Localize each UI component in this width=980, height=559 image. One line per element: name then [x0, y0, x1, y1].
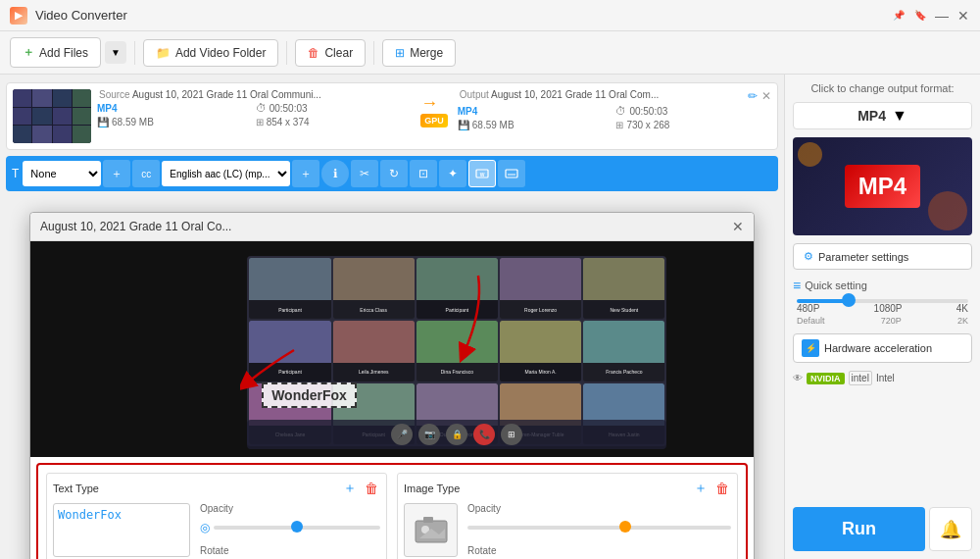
nvidia-badge: NVIDIA: [807, 373, 845, 384]
output-size: 💾 68.59 MB: [458, 120, 613, 130]
opacity-icon: ◎: [200, 521, 210, 534]
folder-icon: 📁: [156, 46, 171, 60]
image-opacity-label: Opacity: [467, 503, 731, 514]
image-section-actions: ＋ 🗑: [692, 480, 731, 497]
quality-480p: 480P: [797, 303, 819, 314]
image-rotate-label: Rotate: [467, 545, 731, 556]
run-button[interactable]: Run: [793, 507, 925, 551]
add-image-btn[interactable]: ＋: [692, 480, 710, 497]
file-item: Source August 10, 2021 Grade 11 Oral Com…: [6, 82, 778, 150]
format-bg-detail: [928, 191, 967, 230]
quality-720p: 720P: [881, 316, 902, 326]
image-type-section: Image Type ＋ 🗑: [397, 473, 738, 559]
filter-select[interactable]: None: [23, 161, 101, 186]
format-name: MP4: [858, 108, 886, 124]
cc-btn[interactable]: cc: [132, 160, 160, 187]
trash-icon: 🗑: [308, 46, 319, 60]
output-block: Output August 10, 2021 Grade 11 Oral Com…: [458, 89, 771, 130]
dialog-title-bar: August 10, 2021 Grade 11 Oral Co... ✕: [30, 213, 754, 241]
image-opacity-slider[interactable]: [467, 526, 731, 530]
window-controls: 📌 🔖 — ✕: [892, 9, 970, 23]
quick-setting-area: ≡ Quick setting 480P 1080P 4K Default 72…: [793, 278, 972, 326]
quality-values: 480P 1080P 4K: [797, 303, 968, 314]
output-format: MP4: [458, 105, 613, 117]
subtitle-btn[interactable]: [498, 160, 525, 187]
add-audio-btn[interactable]: ＋: [292, 160, 319, 187]
edit-output-btn[interactable]: ✏: [748, 89, 758, 103]
file-thumbnail: [13, 89, 91, 143]
add-filter-btn[interactable]: ＋: [103, 160, 130, 187]
minimize-btn[interactable]: —: [935, 9, 949, 23]
format-preview: MP4: [793, 137, 972, 235]
output-resolution: ⊞ 730 x 268: [615, 120, 771, 130]
text-rotate-label: Rotate: [200, 545, 380, 556]
bookmark-btn[interactable]: 🔖: [913, 9, 927, 23]
delete-text-btn[interactable]: 🗑: [363, 480, 380, 497]
title-bar: ▶ Video Converter 📌 🔖 — ✕: [0, 0, 980, 31]
effects-btn[interactable]: ✦: [439, 160, 466, 187]
image-section-title: Image Type: [404, 483, 460, 494]
hw-accel-button[interactable]: ⚡ Hardware acceleration: [793, 333, 972, 363]
text-opacity-control: ◎: [200, 518, 380, 537]
output-label: Output August 10, 2021 Grade 11 Oral Com…: [458, 89, 771, 103]
watermark-row: Text Type ＋ 🗑 WonderFox Opacity: [46, 473, 738, 559]
text-type-section: Text Type ＋ 🗑 WonderFox Opacity: [46, 473, 387, 559]
text-opacity-slider[interactable]: [214, 526, 380, 530]
delete-image-btn[interactable]: 🗑: [713, 480, 731, 497]
source-duration: ⏱ 00:50:03: [256, 102, 412, 114]
arrow-overlay-1: [444, 271, 493, 373]
alarm-icon: 🔔: [940, 519, 961, 540]
close-window-btn[interactable]: ✕: [956, 9, 970, 23]
quality-slider-track[interactable]: [797, 299, 968, 303]
merge-icon: ⊞: [395, 46, 405, 60]
pin-btn[interactable]: 📌: [892, 9, 906, 23]
text-section-header: Text Type ＋ 🗑: [53, 480, 380, 497]
text-section-actions: ＋ 🗑: [341, 480, 380, 497]
arrow-overlay-2: [240, 345, 299, 398]
crop-btn[interactable]: ⊡: [410, 160, 437, 187]
merge-button[interactable]: ⊞ Merge: [382, 39, 456, 67]
watermark-dialog: August 10, 2021 Grade 11 Oral Co... ✕ Pa…: [29, 212, 755, 559]
alarm-button[interactable]: 🔔: [929, 507, 972, 551]
add-text-btn[interactable]: ＋: [341, 480, 359, 497]
add-folder-button[interactable]: 📁 Add Video Folder: [143, 39, 279, 67]
rotate-btn[interactable]: ↻: [380, 160, 408, 187]
intel-circle: intel: [849, 371, 872, 385]
format-dropdown[interactable]: MP4 ▼: [793, 102, 972, 129]
dropdown-arrow-icon: ▼: [892, 107, 907, 125]
svg-rect-7: [423, 517, 433, 523]
source-size: 💾 68.59 MB: [97, 117, 253, 127]
dialog-close-btn[interactable]: ✕: [732, 219, 744, 234]
text-watermark-input[interactable]: WonderFox: [53, 503, 190, 557]
mp4-badge: MP4: [845, 165, 920, 208]
text-section-title: Text Type: [53, 483, 99, 494]
add-files-button[interactable]: ＋ Add Files: [10, 37, 101, 68]
intel-label: Intel: [876, 373, 895, 383]
quality-1080p: 1080P: [874, 303, 903, 314]
run-area: Run 🔔: [793, 507, 972, 551]
image-watermark-thumb: [404, 503, 458, 557]
cut-btn[interactable]: ✂: [351, 160, 378, 187]
image-folder-area: 📁: [404, 503, 458, 559]
app-title: Video Converter: [35, 8, 127, 23]
watermark-controls: Text Type ＋ 🗑 WonderFox Opacity: [36, 463, 748, 559]
param-settings-button[interactable]: ⚙ Parameter settings: [793, 243, 972, 270]
quick-setting-label: Quick setting: [805, 280, 867, 291]
gpu-badge: GPU: [420, 114, 448, 127]
source-label: Source August 10, 2021 Grade 11 Oral Com…: [97, 89, 411, 100]
image-section-content: 📁 Opacity Rot: [404, 503, 731, 559]
quality-2k: 2K: [957, 316, 968, 326]
edit-toolbar: T None ＋ cc English aac (LC) (mp... ＋ ℹ …: [6, 156, 778, 191]
gpu-eye-icon: 👁: [793, 373, 803, 383]
close-output-btn[interactable]: ✕: [761, 89, 771, 103]
info-btn[interactable]: ℹ: [321, 160, 349, 187]
audio-select[interactable]: English aac (LC) (mp...: [162, 161, 290, 186]
watermark-btn[interactable]: W: [468, 160, 496, 187]
text-opacity-section: Opacity ◎ Rotate: [200, 503, 380, 556]
add-files-dropdown[interactable]: ▼: [105, 41, 126, 64]
clear-button[interactable]: 🗑 Clear: [295, 39, 366, 67]
quality-slider-container: 480P 1080P 4K Default 720P 2K: [793, 299, 972, 326]
source-block: Source August 10, 2021 Grade 11 Oral Com…: [97, 89, 411, 130]
image-opacity-area: Opacity Rotate: [467, 503, 731, 556]
quick-setting-header: ≡ Quick setting: [793, 278, 972, 293]
